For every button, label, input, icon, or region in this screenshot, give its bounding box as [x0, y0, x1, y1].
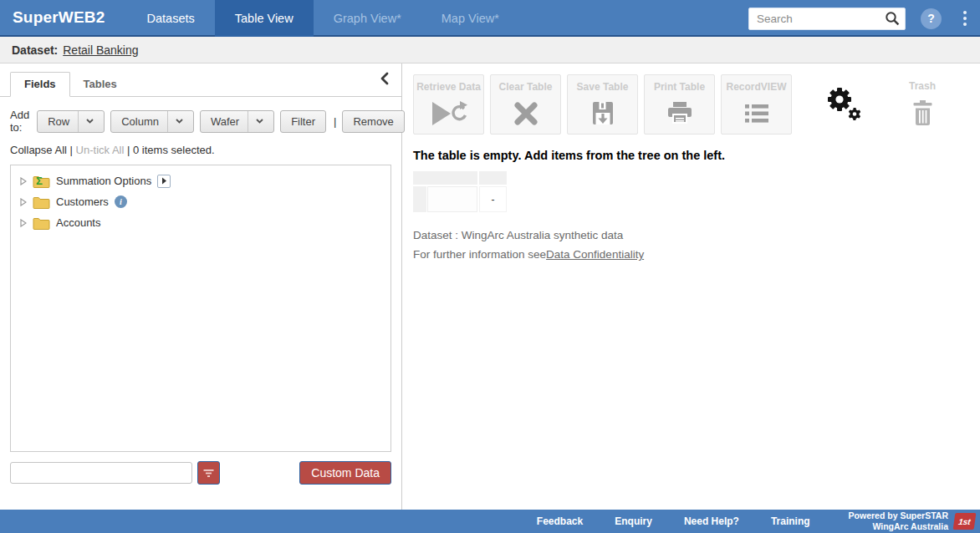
tab-tables[interactable]: Tables [70, 73, 130, 96]
navbar-right-group: ? [748, 0, 980, 37]
confidentiality-prefix: For further information see [413, 248, 546, 261]
dataset-info-text: Dataset : WingArc Australia synthetic da… [413, 229, 980, 241]
tree-item-accounts[interactable]: Accounts [14, 212, 387, 233]
print-table-button[interactable]: Print Table [644, 74, 715, 135]
search-box [748, 8, 906, 30]
tree-item-customers[interactable]: Customers i [14, 191, 387, 212]
save-floppy-icon [592, 99, 614, 134]
untick-all-link[interactable]: Un-tick All [76, 144, 125, 156]
column-dropdown-label: Column [121, 115, 159, 128]
row-dropdown-label: Row [48, 115, 69, 128]
add-to-column-dropdown[interactable]: Column [110, 110, 194, 133]
chevron-down-icon[interactable] [167, 111, 183, 132]
wafer-dropdown-label: Wafer [211, 115, 239, 128]
table-row-header-cell [427, 186, 477, 212]
powered-by-text: Powered by SuperSTAR WingArc Australia [849, 510, 948, 532]
powered-line2: WingArc Australia [849, 521, 948, 532]
filter-button[interactable]: Filter [280, 110, 326, 133]
tree-search-input[interactable] [10, 462, 192, 484]
expand-triangle-icon[interactable] [18, 177, 29, 185]
footer-links: Feedback Enquiry Need Help? Training [537, 515, 810, 527]
retrieve-data-button[interactable]: Retrieve Data [413, 74, 484, 135]
footer-bar: Feedback Enquiry Need Help? Training Pow… [0, 510, 980, 533]
play-refresh-icon [431, 99, 467, 134]
collapse-all-link[interactable]: Collapse All [10, 144, 67, 156]
expand-triangle-icon[interactable] [18, 198, 29, 206]
trash-dropzone[interactable]: Trash [909, 74, 936, 133]
clear-x-icon [514, 99, 538, 134]
field-tree: Σ Summation Options Customers i [10, 165, 391, 452]
tree-item-label[interactable]: Customers [56, 195, 109, 208]
table-data-cell: - [479, 186, 507, 212]
custom-data-button[interactable]: Custom Data [299, 461, 391, 485]
left-panel-tabs: Fields Tables [0, 63, 401, 97]
help-icon[interactable]: ? [921, 8, 942, 29]
overflow-menu-icon[interactable] [960, 8, 970, 29]
nav-tab-datasets[interactable]: Datasets [127, 0, 215, 37]
folder-icon [33, 195, 50, 209]
table-header-cell [413, 171, 477, 185]
tree-search-row: Custom Data [10, 461, 391, 485]
recordview-label: RecordVIEW [726, 81, 786, 93]
retrieve-data-label: Retrieve Data [416, 81, 481, 93]
chevron-down-icon[interactable] [248, 111, 263, 132]
need-help-link[interactable]: Need Help? [684, 515, 739, 527]
items-selected-text: 0 items selected. [133, 144, 215, 156]
data-confidentiality-link[interactable]: Data Confidentiality [546, 248, 644, 261]
print-table-label: Print Table [654, 81, 705, 93]
collapse-panel-icon[interactable] [380, 72, 390, 89]
recordview-button[interactable]: RecordVIEW [721, 74, 792, 135]
empty-table-message: The table is empty. Add items from the t… [413, 149, 980, 162]
open-summation-icon[interactable] [157, 175, 171, 188]
tree-item-label[interactable]: Accounts [56, 216, 100, 229]
nav-tab-map-view[interactable]: Map View* [421, 0, 519, 37]
selection-links-row: Collapse All | Un-tick All | 0 items sel… [0, 134, 401, 156]
button-separator: | [334, 115, 336, 128]
chevron-down-icon[interactable] [78, 111, 94, 132]
add-to-row-dropdown[interactable]: Row [37, 110, 105, 133]
info-icon[interactable]: i [115, 195, 127, 208]
nav-tab-table-view[interactable]: Table View [215, 0, 314, 37]
search-input[interactable] [757, 13, 885, 25]
superstar-1st-logo: 1st [953, 513, 977, 530]
feedback-link[interactable]: Feedback [537, 515, 583, 527]
table-header-cell [479, 171, 507, 185]
search-icon[interactable] [885, 11, 900, 26]
training-link[interactable]: Training [771, 515, 810, 527]
dataset-label: Dataset: [12, 43, 58, 57]
app-logo: SuperWEB2 [0, 0, 127, 37]
field-selection-panel: Fields Tables Add to: Row Column Wafer F… [0, 63, 402, 510]
clear-table-label: Clear Table [499, 81, 553, 93]
separator: | [127, 144, 130, 156]
tab-fields[interactable]: Fields [10, 72, 70, 97]
remove-button[interactable]: Remove [342, 110, 404, 133]
trash-icon [911, 100, 934, 133]
record-list-icon [745, 99, 768, 134]
add-to-label: Add to: [10, 109, 29, 134]
save-table-label: Save Table [577, 81, 629, 93]
empty-table-placeholder: - [413, 171, 980, 212]
printer-icon [667, 99, 692, 134]
add-to-wafer-dropdown[interactable]: Wafer [200, 110, 274, 133]
dataset-link[interactable]: Retail Banking [63, 43, 138, 57]
table-options-gear-icon[interactable] [824, 85, 863, 124]
clear-table-button[interactable]: Clear Table [490, 74, 561, 135]
dataset-bar: Dataset: Retail Banking [0, 37, 980, 63]
folder-icon [33, 216, 50, 230]
add-to-row: Add to: Row Column Wafer Filter | Remove [0, 97, 401, 134]
top-navbar: SuperWEB2 Datasets Table View Graph View… [0, 0, 980, 37]
enquiry-link[interactable]: Enquiry [615, 515, 652, 527]
sigma-glyph: Σ [36, 175, 43, 188]
nav-tab-graph-view[interactable]: Graph View* [314, 0, 421, 37]
tree-item-label[interactable]: Summation Options [56, 175, 151, 187]
table-row-stub-cell [413, 186, 426, 212]
save-table-button[interactable]: Save Table [567, 74, 638, 135]
tree-filter-button[interactable] [197, 461, 220, 485]
folder-sigma-icon: Σ [33, 175, 50, 188]
tree-item-summation-options[interactable]: Σ Summation Options [14, 170, 387, 191]
table-view-panel: Retrieve Data Clear Table Save Table [402, 63, 980, 510]
separator: | [70, 144, 73, 156]
expand-triangle-icon[interactable] [18, 219, 29, 227]
powered-line1: Powered by SuperSTAR [849, 510, 948, 521]
table-toolbar: Retrieve Data Clear Table Save Table [413, 74, 980, 135]
